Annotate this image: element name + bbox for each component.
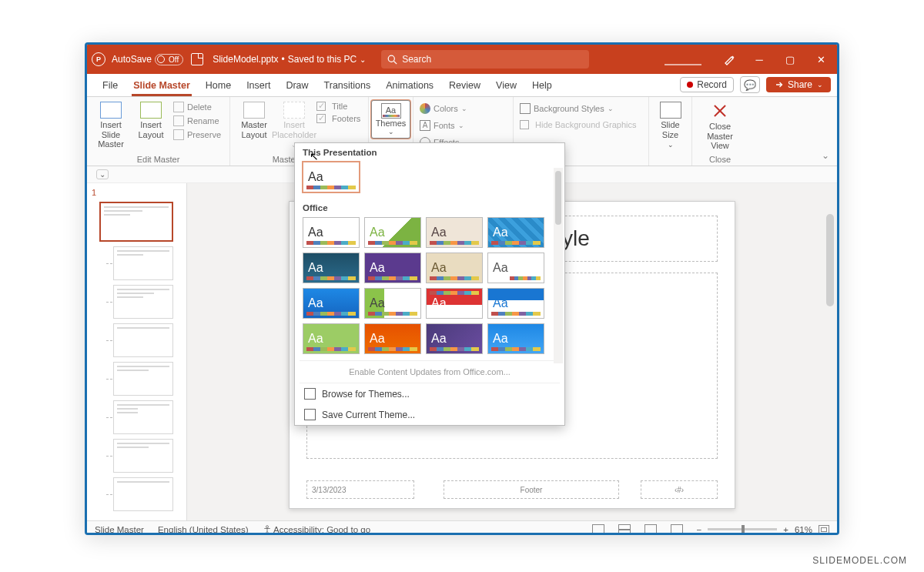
zoom-level[interactable]: 61%	[795, 525, 812, 534]
normal-view-button[interactable]	[592, 524, 604, 535]
rename-button[interactable]: Rename	[173, 115, 221, 126]
delete-button[interactable]: Delete	[173, 102, 221, 112]
master-layout-button[interactable]: Master Layout	[236, 100, 272, 139]
minimize-button[interactable]: ─	[754, 54, 765, 65]
status-mode: Slide Master	[95, 525, 144, 534]
insert-slide-master-button[interactable]: Insert Slide Master	[93, 100, 129, 149]
theme-swatch[interactable]: Aa	[426, 288, 483, 319]
tab-slide-master[interactable]: Slide Master	[126, 74, 198, 96]
theme-swatch[interactable]: Aa	[426, 323, 483, 354]
search-input[interactable]: Search	[381, 50, 589, 69]
theme-swatch[interactable]: Aa	[303, 253, 360, 283]
tab-home[interactable]: Home	[198, 74, 239, 96]
dropdown-scrollbar[interactable]	[554, 168, 563, 363]
watermark: SLIDEMODEL.COM	[812, 555, 907, 566]
share-icon	[774, 80, 783, 89]
close-master-view-button[interactable]: Close Master View	[702, 100, 738, 151]
theme-swatch[interactable]: Aa	[303, 288, 360, 319]
layout-thumbnail[interactable]	[113, 439, 173, 473]
thumbnail-pane[interactable]: 1	[87, 183, 187, 520]
footers-checkbox[interactable]: ✓Footers	[316, 114, 360, 123]
preserve-button[interactable]: Preserve	[173, 129, 221, 140]
theme-swatch[interactable]: Aa	[487, 323, 544, 354]
share-button[interactable]: Share⌄	[766, 77, 831, 92]
document-title[interactable]: SlideModel.pptx • Saved to this PC ⌄	[213, 54, 366, 65]
maximize-button[interactable]: ▢	[785, 54, 795, 65]
tab-file[interactable]: File	[95, 74, 126, 96]
theme-swatch[interactable]: Aa	[426, 253, 483, 283]
slide-number-placeholder[interactable]: ‹#›	[641, 480, 718, 499]
tab-animations[interactable]: Animations	[378, 74, 441, 96]
master-index: 1	[92, 188, 96, 197]
tab-review[interactable]: Review	[441, 74, 488, 96]
collapse-ribbon-button[interactable]: ⌄	[822, 150, 829, 161]
theme-swatch[interactable]: Aa	[487, 288, 544, 319]
search-icon	[387, 55, 397, 65]
theme-swatch[interactable]: Aa	[364, 217, 421, 248]
section-this-presentation: This Presentation	[295, 143, 564, 160]
zoom-slider[interactable]	[708, 528, 777, 530]
tab-insert[interactable]: Insert	[239, 74, 278, 96]
date-placeholder[interactable]: 3/13/2023	[306, 480, 414, 499]
theme-swatch[interactable]: Aa	[426, 217, 483, 248]
status-accessibility[interactable]: Accessibility: Good to go	[263, 525, 370, 534]
layout-thumbnail[interactable]	[113, 246, 173, 280]
slide-sorter-button[interactable]	[618, 524, 631, 535]
svg-line-1	[394, 61, 397, 64]
master-thumbnail[interactable]	[99, 202, 173, 242]
close-icon	[711, 102, 729, 120]
zoom-out-button[interactable]: −	[697, 525, 702, 534]
insert-layout-button[interactable]: Insert Layout	[133, 100, 169, 139]
themes-button[interactable]: Aa Themes ⌄	[371, 100, 411, 139]
slide-size-button[interactable]: Slide Size⌄	[655, 100, 685, 149]
layout-thumbnail[interactable]	[113, 362, 173, 396]
tab-draw[interactable]: Draw	[278, 74, 316, 96]
tab-help[interactable]: Help	[524, 74, 560, 96]
enable-content-updates[interactable]: Enable Content Updates from Office.com..…	[300, 360, 560, 383]
fit-to-window-button[interactable]	[819, 525, 829, 534]
record-button[interactable]: Record	[680, 77, 734, 92]
footer-placeholder[interactable]: Footer	[444, 480, 619, 499]
themes-dropdown: This Presentation Aa Office Aa Aa Aa Aa …	[294, 142, 565, 426]
comments-button[interactable]: 💬	[740, 76, 760, 93]
browse-for-themes[interactable]: Browse for Themes...	[295, 383, 564, 404]
zoom-in-button[interactable]: +	[783, 525, 788, 534]
title-checkbox[interactable]: ✓Title	[316, 102, 360, 111]
status-language[interactable]: English (United States)	[158, 525, 249, 534]
theme-swatch[interactable]: Aa	[364, 253, 421, 283]
tab-view[interactable]: View	[488, 74, 524, 96]
save-current-theme[interactable]: Save Current Theme...	[295, 404, 564, 425]
slideshow-button[interactable]	[671, 524, 683, 535]
vertical-scrollbar[interactable]	[825, 183, 835, 520]
colors-button[interactable]: Colors⌄	[420, 103, 468, 114]
theme-swatch[interactable]: Aa	[303, 217, 360, 248]
powerpoint-icon: P	[92, 52, 105, 66]
section-office: Office	[295, 199, 564, 216]
layout-thumbnail[interactable]	[113, 323, 173, 357]
theme-swatch[interactable]: Aa	[487, 217, 544, 248]
account-indicator[interactable]	[665, 64, 701, 65]
save-icon[interactable]	[191, 53, 203, 65]
close-button[interactable]: ✕	[815, 54, 826, 65]
coming-soon-icon[interactable]	[723, 53, 735, 65]
title-bar: P AutoSave Off SlideModel.pptx • Saved t…	[87, 45, 837, 74]
theme-swatch[interactable]: Aa	[364, 288, 421, 319]
accessibility-icon	[263, 525, 272, 534]
layout-thumbnail[interactable]	[113, 400, 173, 434]
group-label-edit-master: Edit Master	[93, 153, 223, 164]
theme-swatch-current[interactable]: Aa	[303, 162, 360, 192]
ribbon-tabs: File Slide Master Home Insert Draw Trans…	[87, 74, 837, 97]
background-styles-button[interactable]: Background Styles⌄	[520, 103, 636, 114]
autosave-toggle[interactable]: Off	[155, 54, 183, 65]
theme-swatch[interactable]: Aa	[303, 323, 360, 354]
fonts-button[interactable]: AFonts⌄	[420, 120, 468, 131]
theme-swatch[interactable]: Aa	[364, 323, 421, 354]
layout-thumbnail[interactable]	[113, 285, 173, 319]
tab-transitions[interactable]: Transitions	[316, 74, 379, 96]
hide-background-checkbox[interactable]: Hide Background Graphics	[520, 120, 636, 129]
reading-view-button[interactable]	[644, 524, 657, 535]
qat-customize-button[interactable]: ⌄	[96, 169, 109, 179]
theme-swatch[interactable]: Aa	[487, 253, 544, 283]
layout-thumbnail[interactable]	[113, 477, 173, 511]
chevron-down-icon: ⌄	[360, 55, 366, 64]
